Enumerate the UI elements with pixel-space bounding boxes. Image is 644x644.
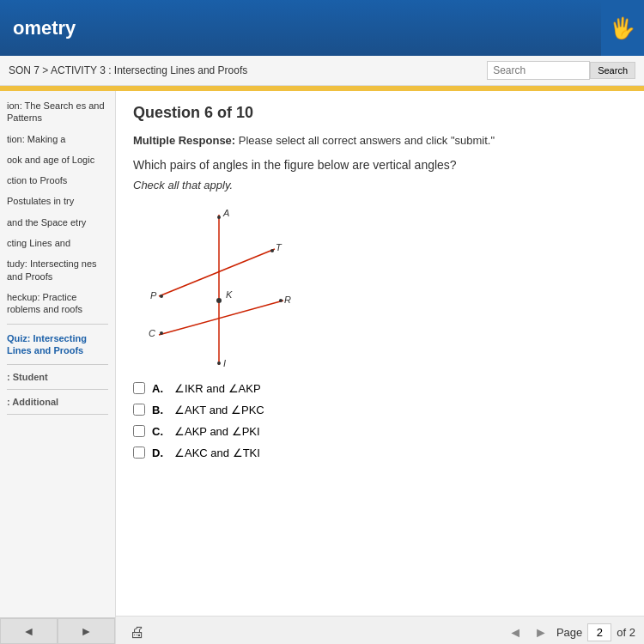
checkbox-c[interactable] [133,425,145,437]
option-d-text[interactable]: ∠AKC and ∠TKI [174,447,260,459]
option-c-letter: C. [152,425,167,438]
page-label: Page [556,626,582,639]
svg-line-2 [159,301,283,335]
svg-point-5 [217,216,221,219]
sidebar-prev-button[interactable]: ◄ [0,618,58,644]
svg-point-15 [279,299,283,302]
sidebar-divider-3 [7,389,108,390]
sidebar-item-8[interactable]: tudy: Intersecting nes and Proofs [0,253,115,287]
sidebar: ion: The Search es and Patterns tion: Ma… [0,91,116,644]
svg-text:P: P [150,290,157,301]
main-layout: ion: The Search es and Patterns tion: Ma… [0,91,644,644]
sidebar-item-9[interactable]: heckup: Practice roblems and roofs [0,287,115,320]
checkbox-d[interactable] [133,447,145,459]
breadcrumb-bar: SON 7 > ACTIVITY 3 : Intersecting Lines … [0,56,644,86]
app-header: ometry 🖐 [0,0,644,56]
page-input[interactable] [587,623,611,641]
print-button[interactable]: 🖨 [125,622,150,643]
bottom-nav: 🖨 ◄ ► Page of 2 [116,616,644,644]
question-type-label: Multiple Response: [133,134,235,147]
app-title: ometry [13,17,76,39]
sidebar-student-label: : Student [0,368,115,386]
sidebar-divider-1 [7,324,108,325]
sidebar-item-2[interactable]: tion: Making a [0,129,115,149]
content-area: Question 6 of 10 Multiple Response: Plea… [116,91,644,644]
checkbox-b[interactable] [133,404,145,416]
search-input[interactable] [487,61,590,80]
question-container: Question 6 of 10 Multiple Response: Plea… [116,91,644,616]
svg-point-7 [217,361,221,365]
answer-option-b: B. ∠AKT and ∠PKC [133,404,627,416]
svg-text:A: A [222,208,229,218]
sidebar-item-4[interactable]: ction to Proofs [0,170,115,191]
sidebar-divider-4 [7,414,108,415]
sidebar-additional-label: : Additional [0,393,115,410]
sidebar-item-1[interactable]: ion: The Search es and Patterns [0,95,115,129]
page-next-button[interactable]: ► [531,623,551,642]
figure-container: K A I P T C [133,202,627,374]
sidebar-item-7[interactable]: cting Lines and [0,233,115,253]
sidebar-divider-2 [7,364,108,365]
sidebar-item-5[interactable]: Postulates in try [0,191,115,211]
logo-icon: 🖐 [610,16,635,40]
page-prev-button[interactable]: ◄ [505,623,526,642]
check-all-label: Check all that apply. [133,179,627,191]
page-nav: ◄ ► Page of 2 [505,623,635,642]
option-a-text[interactable]: ∠IKR and ∠AKP [174,382,261,395]
svg-text:C: C [149,328,155,338]
question-text: Which pairs of angles in the figure belo… [133,158,627,172]
svg-point-3 [216,298,222,303]
svg-text:T: T [276,242,283,252]
svg-point-11 [270,249,274,252]
sidebar-item-6[interactable]: and the Space etry [0,212,115,233]
question-instruction-text: Please select all correct answers and cl… [239,134,495,147]
option-a-letter: A. [152,382,167,395]
sidebar-item-3[interactable]: ook and age of Logic [0,149,115,170]
svg-text:I: I [223,358,226,368]
option-b-text[interactable]: ∠AKT and ∠PKC [174,404,264,416]
sidebar-next-button[interactable]: ► [58,618,115,644]
sidebar-nav-buttons: ◄ ► [0,617,115,644]
option-c-text[interactable]: ∠AKP and ∠PKI [174,425,260,438]
svg-point-13 [160,331,163,335]
svg-text:R: R [284,295,291,305]
svg-point-9 [160,295,163,298]
logo-area: 🖐 [601,0,644,56]
figure-svg: K A I P T C [133,202,305,374]
total-pages: of 2 [617,626,635,639]
option-d-letter: D. [152,447,167,459]
svg-text:K: K [226,289,233,300]
sidebar-item-10[interactable]: Quiz: Intersecting Lines and Proofs [0,328,115,361]
checkbox-a[interactable] [133,382,145,394]
svg-line-1 [159,249,275,296]
search-button[interactable]: Search [590,62,635,79]
answer-option-d: D. ∠AKC and ∠TKI [133,447,627,459]
answer-option-c: C. ∠AKP and ∠PKI [133,425,627,438]
search-box: Search [487,61,635,80]
option-b-letter: B. [152,404,167,416]
answer-option-a: A. ∠IKR and ∠AKP [133,382,627,395]
question-title: Question 6 of 10 [133,104,627,122]
question-instruction: Multiple Response: Please select all cor… [133,132,627,149]
breadcrumb: SON 7 > ACTIVITY 3 : Intersecting Lines … [9,64,247,76]
